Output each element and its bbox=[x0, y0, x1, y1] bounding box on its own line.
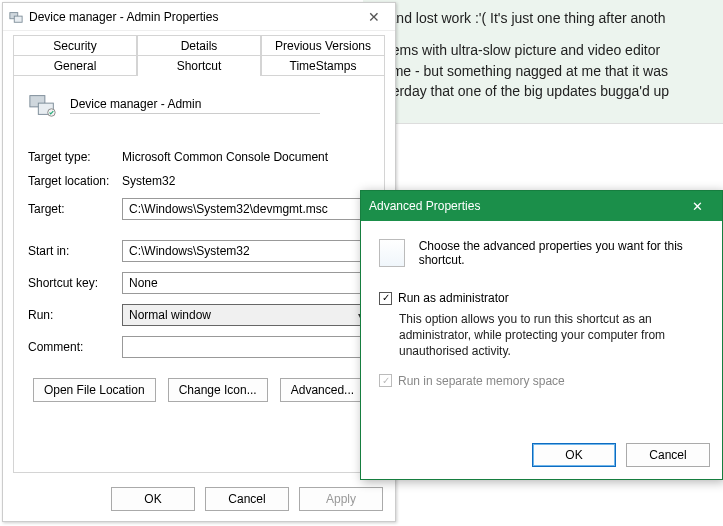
run-as-admin-label[interactable]: Run as administrator bbox=[398, 291, 509, 305]
shortcut-header-caption: Device manager - Admin bbox=[70, 97, 320, 114]
tab-security[interactable]: Security bbox=[13, 35, 137, 56]
window-title: Device manager - Admin Properties bbox=[29, 10, 359, 24]
open-file-location-button[interactable]: Open File Location bbox=[33, 378, 156, 402]
value-target-type: Microsoft Common Console Document bbox=[122, 150, 370, 164]
change-icon-button[interactable]: Change Icon... bbox=[168, 378, 268, 402]
run-as-admin-description: This option allows you to run this short… bbox=[399, 311, 704, 360]
label-target: Target: bbox=[28, 202, 122, 216]
tab-content-shortcut: Device manager - Admin Target type: Micr… bbox=[13, 75, 385, 473]
label-target-location: Target location: bbox=[28, 174, 122, 188]
advanced-title: Advanced Properties bbox=[369, 199, 680, 213]
properties-window: Device manager - Admin Properties ✕ Secu… bbox=[2, 2, 396, 522]
separate-memory-label: Run in separate memory space bbox=[398, 374, 565, 388]
run-select-value: Normal window bbox=[129, 308, 211, 322]
advanced-properties-window: Advanced Properties ✕ Choose the advance… bbox=[360, 190, 723, 480]
label-start-in: Start in: bbox=[28, 244, 122, 258]
advanced-body: Choose the advanced properties you want … bbox=[361, 221, 722, 435]
run-select[interactable]: Normal window ▾ bbox=[122, 304, 370, 326]
separate-memory-checkbox: ✓ bbox=[379, 374, 392, 387]
cancel-button[interactable]: Cancel bbox=[205, 487, 289, 511]
window-icon bbox=[9, 10, 23, 24]
bg-line-1: ot and lost work :'( It's just one thing… bbox=[373, 8, 723, 28]
advanced-ok-button[interactable]: OK bbox=[532, 443, 616, 467]
background-forum-text: ot and lost work :'( It's just one thing… bbox=[363, 0, 723, 124]
tab-details[interactable]: Details bbox=[137, 35, 261, 56]
target-input[interactable] bbox=[122, 198, 370, 220]
value-target-location: System32 bbox=[122, 174, 370, 188]
advanced-close-icon[interactable]: ✕ bbox=[680, 199, 714, 214]
shortcut-key-input[interactable] bbox=[122, 272, 370, 294]
tab-shortcut[interactable]: Shortcut bbox=[137, 55, 261, 76]
advanced-titlebar[interactable]: Advanced Properties ✕ bbox=[361, 191, 722, 221]
label-target-type: Target type: bbox=[28, 150, 122, 164]
label-run: Run: bbox=[28, 308, 122, 322]
advanced-button-bar: OK Cancel bbox=[361, 435, 722, 479]
advanced-cancel-button[interactable]: Cancel bbox=[626, 443, 710, 467]
tab-timestamps[interactable]: TimeStamps bbox=[261, 55, 385, 76]
bg-line-4: esterday that one of the big updates bug… bbox=[373, 83, 669, 99]
start-in-input[interactable] bbox=[122, 240, 370, 262]
dialog-button-bar: OK Cancel Apply bbox=[3, 481, 395, 521]
bg-line-3: d time - but something nagged at me that… bbox=[373, 63, 668, 79]
comment-input[interactable] bbox=[122, 336, 370, 358]
tab-general[interactable]: General bbox=[13, 55, 137, 76]
run-as-admin-checkbox[interactable]: ✓ bbox=[379, 292, 392, 305]
shortcut-large-icon bbox=[28, 90, 58, 120]
tabs: Security Details Previous Versions Gener… bbox=[3, 31, 395, 75]
svg-rect-1 bbox=[14, 16, 22, 22]
label-comment: Comment: bbox=[28, 340, 122, 354]
tab-previous-versions[interactable]: Previous Versions bbox=[261, 35, 385, 56]
close-icon[interactable]: ✕ bbox=[359, 9, 389, 25]
apply-button[interactable]: Apply bbox=[299, 487, 383, 511]
ok-button[interactable]: OK bbox=[111, 487, 195, 511]
label-shortcut-key: Shortcut key: bbox=[28, 276, 122, 290]
advanced-button[interactable]: Advanced... bbox=[280, 378, 365, 402]
advanced-lead-text: Choose the advanced properties you want … bbox=[419, 239, 704, 267]
bg-line-2: oblems with ultra-slow picture and video… bbox=[373, 42, 660, 58]
titlebar[interactable]: Device manager - Admin Properties ✕ bbox=[3, 3, 395, 31]
advanced-document-icon bbox=[379, 239, 405, 267]
